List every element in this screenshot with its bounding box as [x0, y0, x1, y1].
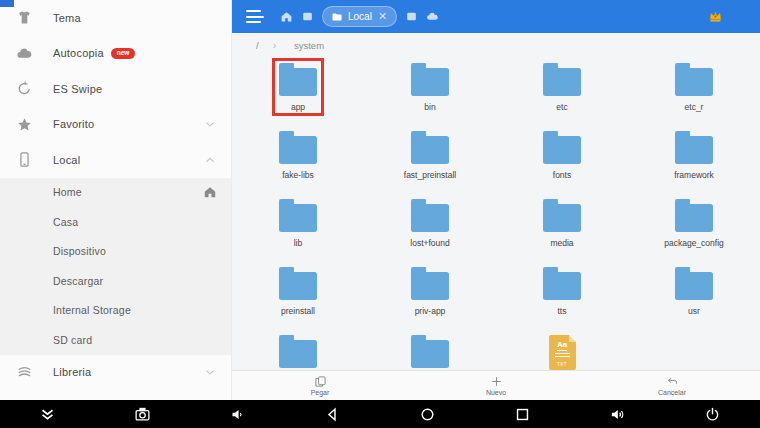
folder-icon [279, 204, 317, 232]
item-label: lib [294, 238, 303, 248]
home-circle-button[interactable] [408, 402, 448, 426]
menu-icon[interactable] [246, 10, 264, 23]
breadcrumb: / › system [232, 33, 760, 57]
star-icon [16, 116, 33, 133]
item-body: fonts [536, 126, 588, 184]
camera-icon [134, 406, 151, 423]
sidebar-item-autocopia[interactable]: Autocopianew [0, 36, 231, 72]
pegar-button[interactable]: Pegar [280, 375, 360, 396]
sidebar-item-internal-storage[interactable]: Internal Storage [0, 296, 231, 326]
item-body: usr [668, 262, 720, 320]
home-circle-icon [419, 406, 436, 423]
sidebar-item-label: SD card [53, 334, 92, 346]
sidebar-item-descargar[interactable]: Descargar [0, 266, 231, 296]
home-tab-icon[interactable] [280, 10, 293, 23]
sidebar-item-casa[interactable]: Casa [0, 207, 231, 237]
breadcrumb-system[interactable]: system [290, 40, 328, 51]
sidebar-item-label: Favorito [53, 118, 94, 130]
folder-icon [675, 136, 713, 164]
window-icon[interactable] [405, 10, 418, 23]
folder-item-usr[interactable]: usr [628, 261, 760, 329]
folder-item-preinstall[interactable]: preinstall [232, 261, 364, 329]
sidebar-item-sd-card[interactable]: SD card [0, 325, 231, 355]
sidebar-item-es-swipe[interactable]: ES Swipe [0, 71, 231, 107]
power-icon [704, 406, 721, 423]
item-body: fast_preinstall [397, 126, 463, 184]
recents-icon [514, 406, 531, 423]
folder-item-fake-libs[interactable]: fake-libs [232, 125, 364, 193]
camera-button[interactable] [123, 402, 163, 426]
folder-item-tts[interactable]: tts [496, 261, 628, 329]
item-body: framework [667, 126, 721, 184]
breadcrumb-root[interactable]: / [252, 40, 263, 51]
volume-down-button[interactable] [218, 402, 258, 426]
tool-label: Pegar [311, 389, 330, 396]
file-manager-screen: TemaAutocopianewES SwipeFavoritoLocalHom… [0, 0, 760, 428]
power-button[interactable] [693, 402, 733, 426]
folder-item-etc-r[interactable]: etc_r [628, 57, 760, 125]
folder-item-etc[interactable]: etc [496, 57, 628, 125]
sidebar-item-local[interactable]: Local [0, 142, 231, 178]
sidebar-item-tema[interactable]: Tema [0, 0, 231, 36]
volume-up-button[interactable] [598, 402, 638, 426]
folder-item-media[interactable]: media [496, 193, 628, 261]
item-label: fake-libs [282, 170, 314, 180]
folder-item-package-config[interactable]: package_config [628, 193, 760, 261]
item-body: AaTXT [542, 330, 583, 370]
topbar: Local ✕ [232, 0, 760, 33]
item-label: bin [424, 102, 435, 112]
sidebar-item-libreria[interactable]: Libreria [0, 355, 231, 391]
item-label: etc_r [685, 102, 704, 112]
cancelar-button[interactable]: Cancelar [632, 375, 712, 396]
tab-local[interactable]: Local ✕ [322, 6, 397, 27]
recents-button[interactable] [503, 402, 543, 426]
folder-icon [411, 340, 449, 368]
premium-crown-icon[interactable] [707, 9, 724, 24]
folder-item-lib[interactable]: lib [232, 193, 364, 261]
shirt-icon [16, 9, 33, 26]
window-icon[interactable] [301, 10, 314, 23]
cloud-tab-icon[interactable] [426, 10, 439, 23]
folder-icon [411, 272, 449, 300]
close-tab-icon[interactable]: ✕ [377, 11, 388, 22]
folder-icon [675, 272, 713, 300]
folder-icon [411, 204, 449, 232]
folder-icon [543, 272, 581, 300]
plus-icon [490, 375, 503, 388]
item-body: lib [272, 194, 324, 252]
paste-icon [314, 375, 327, 388]
item-label: fast_preinstall [404, 170, 456, 180]
folder-icon [331, 11, 343, 23]
folder-item-framework[interactable]: framework [628, 125, 760, 193]
file-item[interactable]: AaTXT [496, 329, 628, 370]
file-manager-main: Local ✕ / › system appbinetcetc_rfake-li… [232, 0, 760, 400]
item-label: framework [674, 170, 714, 180]
item-body: lost+found [403, 194, 456, 252]
sidebar: TemaAutocopianewES SwipeFavoritoLocalHom… [0, 0, 232, 400]
sidebar-item-dispositivo[interactable]: Dispositivo [0, 237, 231, 267]
item-body: package_config [657, 194, 731, 252]
item-label: lost+found [410, 238, 449, 248]
back-button[interactable] [313, 402, 353, 426]
sidebar-item-home[interactable]: Home [0, 178, 231, 208]
folder-item-app[interactable]: app [232, 57, 364, 125]
folder-item-fonts[interactable]: fonts [496, 125, 628, 193]
sidebar-item-red[interactable]: Red [0, 390, 231, 400]
swipe-icon [16, 80, 33, 97]
folder-item-lost-found[interactable]: lost+found [364, 193, 496, 261]
folder-item[interactable] [364, 329, 496, 370]
folder-item-priv-app[interactable]: priv-app [364, 261, 496, 329]
folder-item[interactable] [232, 329, 364, 370]
sidebar-item-label: ES Swipe [53, 83, 102, 95]
sidebar-item-label: Local [53, 154, 80, 166]
collapse-chevrons-button[interactable] [28, 402, 68, 426]
item-body: media [536, 194, 588, 252]
sidebar-item-favorito[interactable]: Favorito [0, 107, 231, 143]
item-label: priv-app [415, 306, 446, 316]
nuevo-button[interactable]: Nuevo [456, 375, 536, 396]
undo-icon [666, 375, 679, 388]
item-label: media [550, 238, 573, 248]
folder-item-bin[interactable]: bin [364, 57, 496, 125]
sidebar-item-label: Internal Storage [53, 304, 131, 316]
folder-item-fast-preinstall[interactable]: fast_preinstall [364, 125, 496, 193]
